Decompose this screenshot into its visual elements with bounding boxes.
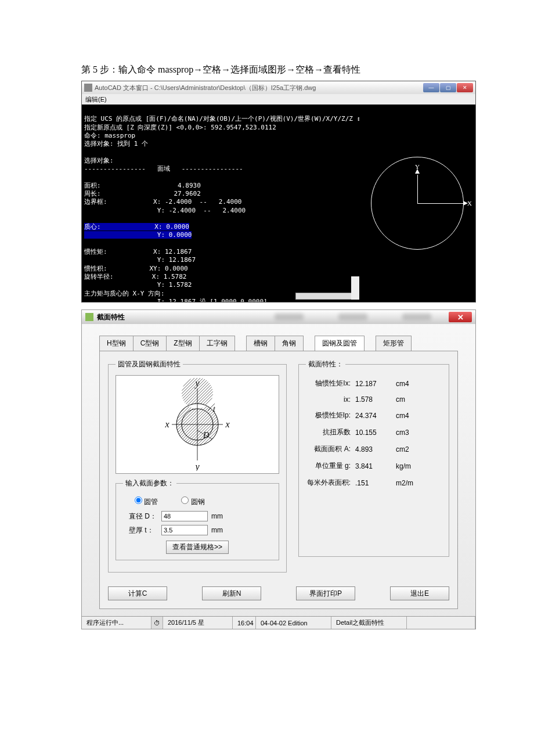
prop-value	[355, 395, 396, 404]
y-axis-line	[417, 175, 418, 204]
acad-titlebar: AutoCAD 文本窗口 - C:\Users\Administrator\De…	[82, 81, 475, 94]
blurred-region	[402, 314, 431, 321]
minimize-button[interactable]: —	[423, 83, 439, 92]
svg-text:y: y	[194, 462, 200, 471]
props-titlebar: 截面特性 ✕	[82, 310, 475, 324]
section-props-group: 截面特性： 轴惯性矩Ix:cm4ix:cm极惯性矩Ip:cm4抗扭系数cm3截面…	[298, 359, 449, 557]
prop-unit: cm	[396, 395, 425, 404]
property-row: ix:cm	[306, 392, 442, 407]
y-arrow-icon	[415, 169, 420, 174]
prop-value	[355, 462, 396, 470]
props-close-button[interactable]: ✕	[449, 312, 472, 322]
tab-round-pipe[interactable]: 圆钢及圆管	[315, 336, 365, 351]
prop-unit: kg/m	[396, 462, 425, 470]
svg-text:x: x	[164, 419, 169, 429]
prop-label: 每米外表面积:	[306, 478, 355, 488]
radio-solid-label: 圆钢	[191, 498, 205, 506]
tab-i-steel[interactable]: 工字钢	[199, 336, 235, 351]
prop-label: 轴惯性矩Ix:	[306, 379, 355, 388]
section-props-legend: 截面特性：	[306, 359, 345, 369]
property-row: 抗扭系数cm3	[306, 424, 442, 441]
highlighted-centroid: 质心: X: 0.0000 Y: 0.0000	[84, 223, 192, 239]
prop-label: 截面面积 A:	[306, 444, 355, 454]
unit-mm: mm	[211, 526, 229, 534]
pipe-diagram-svg: y y x x t D	[157, 378, 238, 471]
thickness-input[interactable]	[161, 525, 208, 535]
prop-label: 极惯性矩Ip:	[306, 411, 355, 420]
svg-text:x: x	[225, 419, 229, 429]
radio-pipe-label: 圆管	[144, 498, 158, 506]
tab-rect-pipe[interactable]: 矩形管	[376, 336, 412, 351]
print-button[interactable]: 界面打印P	[296, 586, 355, 600]
vertical-scrollbar[interactable]	[351, 276, 359, 300]
radio-solid[interactable]	[181, 496, 189, 504]
diameter-label: 直径 D：	[129, 512, 158, 521]
property-row: 极惯性矩Ip:cm4	[306, 407, 442, 424]
circle-geometry: Y X	[371, 157, 464, 250]
prop-value	[355, 380, 396, 388]
prop-value	[355, 445, 396, 453]
x-axis-label: X	[467, 200, 472, 207]
input-params-legend: 输入截面参数：	[123, 478, 176, 488]
acad-drawing-area[interactable]: Y X	[359, 105, 475, 302]
tab-angle[interactable]: 角钢	[275, 336, 304, 351]
refresh-button[interactable]: 刷新N	[202, 586, 261, 600]
thickness-label: 壁厚 t：	[129, 525, 158, 535]
prop-label: ix:	[306, 395, 355, 404]
property-row: 每米外表面积:m2/m	[306, 474, 442, 491]
prop-label: 抗扭系数	[306, 427, 355, 437]
prop-value	[355, 429, 396, 437]
section-diagram: y y x x t D	[116, 375, 279, 474]
tab-channel[interactable]: 槽钢	[246, 336, 275, 351]
pipe-section-legend: 圆管及圆钢截面特性	[116, 359, 183, 369]
calculate-button[interactable]: 计算C	[108, 586, 167, 600]
status-edition: 04-04-02 Edition	[256, 617, 331, 629]
acad-text-output[interactable]: 指定 UCS 的原点或 [面(F)/命名(NA)/对象(OB)/上一个(P)/视…	[82, 105, 359, 302]
acad-app-icon	[84, 84, 92, 92]
radio-pipe[interactable]	[135, 496, 142, 504]
prop-value	[355, 479, 396, 487]
view-spec-button[interactable]: 查看普通规格>>	[166, 541, 229, 554]
props-app-icon	[85, 313, 93, 321]
diameter-input[interactable]	[161, 511, 208, 521]
clock-icon: ⏱	[151, 617, 163, 629]
property-row: 截面面积 A:cm2	[306, 441, 442, 458]
status-empty	[407, 617, 475, 629]
section-properties-window: 截面特性 ✕ H型钢 C型钢 Z型钢 工字钢 槽钢 角钢 圆钢及圆管 矩形管	[81, 309, 476, 629]
status-running: 程序运行中...	[82, 617, 151, 629]
tab-h-steel[interactable]: H型钢	[99, 336, 134, 351]
tab-c-steel[interactable]: C型钢	[133, 336, 167, 351]
status-time: 16:04	[233, 617, 256, 629]
exit-button[interactable]: 退出E	[390, 586, 449, 600]
prop-unit: cm4	[396, 412, 425, 420]
input-params-group: 输入截面参数： 圆管 圆钢 直径 D： mm	[116, 478, 279, 560]
status-detail: Detail之截面特性	[331, 617, 407, 629]
maximize-button[interactable]: ▢	[440, 83, 456, 92]
text-block-1: 指定 UCS 的原点或 [面(F)/命名(NA)/对象(OB)/上一个(P)/视…	[84, 115, 359, 214]
acad-window-title: AutoCAD 文本窗口 - C:\Users\Administrator\De…	[95, 84, 423, 92]
tab-bar: H型钢 C型钢 Z型钢 工字钢 槽钢 角钢 圆钢及圆管 矩形管	[99, 336, 458, 351]
property-row: 轴惯性矩Ix:cm4	[306, 375, 442, 392]
text-block-2: 惯性矩: X: 12.1867 Y: 12.1867 惯性积: XY: 0.00…	[84, 248, 268, 302]
prop-unit: m2/m	[396, 479, 425, 487]
prop-value	[355, 412, 396, 420]
x-axis-line	[417, 203, 464, 204]
step-title: 第 5 步：输入命令 massprop→空格→选择面域图形→空格→查看特性	[81, 64, 453, 76]
autocad-text-window: AutoCAD 文本窗口 - C:\Users\Administrator\De…	[81, 81, 476, 303]
status-date: 2016/11/5 星	[163, 617, 233, 629]
radio-was-solid[interactable]: 圆钢	[181, 496, 204, 507]
blurred-region	[338, 314, 367, 321]
tab-z-steel[interactable]: Z型钢	[166, 336, 199, 351]
horizontal-scrollbar[interactable]	[295, 293, 353, 300]
radio-was-pipe[interactable]: 圆管	[135, 496, 158, 507]
unit-mm: mm	[211, 512, 229, 520]
prop-unit: cm4	[396, 380, 425, 388]
blurred-region	[275, 314, 304, 321]
prop-unit: cm2	[396, 445, 425, 453]
pipe-section-group: 圆管及圆钢截面特性 y y x x t D	[108, 359, 287, 573]
status-bar: 程序运行中... ⏱ 2016/11/5 星 16:04 04-04-02 Ed…	[82, 616, 475, 629]
prop-unit: cm3	[396, 429, 425, 437]
acad-menu-bar[interactable]: 编辑(E)	[82, 94, 475, 105]
close-button[interactable]: ✕	[457, 83, 473, 92]
prop-label: 单位重量 g:	[306, 461, 355, 471]
